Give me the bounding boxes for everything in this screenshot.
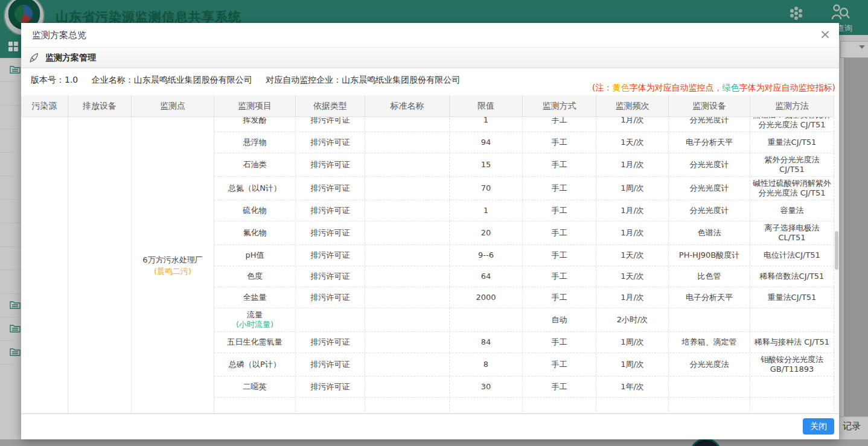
table-row: 全盐量 排污许可证 2000 手工 1月/次 电子分析天平 重量法CJ/T51 [214,287,834,308]
table-row: 二噁英 排污许可证 30 手工 1年/次 [214,377,834,398]
cell-monitor-mode: 自动 [523,308,596,331]
cell-monitor-method: 紫外分光光度法 CJ/T51 [750,153,834,176]
cell-monitor-mode: 手工 [523,377,596,397]
cell-standard-name [365,153,450,176]
cell-monitor-method: 稀释倍数法CJ/T51 [750,266,834,287]
cell-standard-name [365,221,450,244]
cell-monitor-method [750,308,834,331]
cell-monitor-device [669,377,750,397]
cell-basis-type: 排污许可证 [296,221,365,244]
cell-limit: 20 [450,221,523,244]
cell-monitor-method: 钼酸铵分光光度法 GB/T11893 [750,353,834,376]
table-row: 石油类 排污许可证 15 手工 1月/次 分光光度计 紫外分光光度法 CJ/T5… [214,153,834,177]
monitor-point-name: 6万方污水处理厂 [142,254,202,266]
table-row: 流量(小时流量) 自动 2小时/次 [214,308,834,332]
cell-limit: 8 [450,353,523,376]
section-title: 监测方案管理 [45,53,96,63]
header-monitor-item: 监测项目 [214,95,296,116]
table-row: 色度 排污许可证 64 手工 1天/次 比色管 稀释倍数法CJ/T51 [214,266,834,287]
table-row: 悬浮物 排污许可证 94 手工 1天/次 电子分析天平 重量法CJ/T51 [214,132,834,153]
cell-monitor-device: 分光光度计 [669,153,750,176]
header-pollution-source: 污染源 [21,95,68,116]
cell-basis-type: 排污许可证 [296,200,365,221]
cell-monitor-method: 离子选择电极法 CL/T51 [750,221,834,244]
cell-monitor-method: 碱性过硫酸钾消解紫外分光光度法 CJ/T51 [750,177,834,200]
cell-monitor-item: 悬浮物 [214,132,296,153]
cell-standard-name [365,287,450,308]
cell-monitor-device: 色谱法 [669,221,750,244]
header-basis-type: 依据类型 [296,95,365,116]
cell-monitor-frequency: 1月/次 [596,287,669,308]
cell-monitor-mode: 手工 [523,245,596,266]
section-bar: 监测方案管理 [21,48,839,68]
cell-limit: 9--6 [450,245,523,266]
cell-monitor-frequency: 1周/次 [596,332,669,352]
header-monitor-frequency: 监测频次 [596,95,669,116]
merged-cell-monitor-point: 6万方污水处理厂 (晨鸣二污) [132,117,214,413]
cell-standard-name [365,308,450,331]
modal-header: 监测方案总览 × [21,23,839,48]
cell-monitor-frequency: 1天/次 [596,266,669,287]
note-suffix: 字体为对应自动监控指标) [739,83,835,92]
header-monitor-method: 监测方法 [750,95,834,116]
cell-basis-type [296,398,365,413]
cell-monitor-method: 重量法CJ/T51 [750,132,834,153]
note-yellow-word: 黄色 [613,83,630,92]
cell-monitor-method: 电位计法CJ/T51 [750,245,834,266]
cell-monitor-item: 五日生化需氧量 [214,332,296,352]
cell-standard-name [365,377,450,397]
table-row [214,398,834,407]
cell-basis-type [296,308,365,331]
cell-monitor-device: 培养箱、滴定管 [669,332,750,352]
scrollbar-thumb[interactable] [835,231,838,270]
header-monitor-mode: 监测方式 [523,95,596,116]
cell-basis-type: 排污许可证 [296,332,365,352]
cell-monitor-mode: 手工 [523,153,596,176]
plan-info: 版本号：1.0 企业名称：山东晨鸣纸业集团股份有限公司 对应自动监控企业：山东晨… [31,75,460,86]
cell-monitor-frequency: 1月/次 [596,221,669,244]
cell-monitor-frequency: 1周/次 [596,177,669,200]
cell-monitor-method [750,377,834,397]
cell-standard-name [365,200,450,221]
version-value: 1.0 [65,75,78,84]
company-label: 企业名称： [92,75,134,84]
cell-monitor-item: 氟化物 [214,221,296,244]
cell-monitor-item: 二噁英 [214,377,296,397]
cell-limit [450,308,523,331]
cell-monitor-item: 硫化物 [214,200,296,221]
cell-monitor-frequency: 2小时/次 [596,308,669,331]
close-icon[interactable]: × [817,27,833,42]
cell-monitor-frequency: 1天/次 [596,132,669,153]
cell-basis-type: 排污许可证 [296,177,365,200]
cell-monitor-mode: 手工 [523,132,596,153]
cell-monitor-frequency: 1天/次 [596,245,669,266]
cell-standard-name [365,177,450,200]
auto-company-label: 对应自动监控企业： [266,75,342,84]
table-row: 总磷（以P计） 排污许可证 8 手工 1周/次 分光光度法 钼酸铵分光光度法 G… [214,353,834,377]
cell-monitor-item [214,398,296,413]
auto-company-value: 山东晨鸣纸业集团股份有限公司 [342,75,460,84]
header-monitor-device: 监测设备 [669,95,750,116]
header-limit: 限值 [450,95,523,116]
cell-limit: 15 [450,153,523,176]
cell-monitor-frequency: 1月/次 [596,117,669,132]
cell-basis-type: 排污许可证 [296,353,365,376]
close-button[interactable]: 关闭 [803,418,834,435]
cell-basis-type: 排污许可证 [296,245,365,266]
table-row: 氟化物 排污许可证 20 手工 1月/次 色谱法 离子选择电极法 CL/T51 [214,221,834,245]
cell-standard-name [365,398,450,413]
cell-monitor-mode: 手工 [523,266,596,287]
cell-monitor-item: 石油类 [214,153,296,176]
cell-limit: 94 [450,132,523,153]
rows-scroll-area: 挥发酚 排污许可证 1 手工 1月/次 分光光度计 蒸馏后4-氨基安替比林分光光… [214,117,834,413]
cell-basis-type: 排污许可证 [296,153,365,176]
cell-monitor-frequency: 1月/次 [596,200,669,221]
cell-standard-name [365,332,450,352]
cell-monitor-device: PH-HJ90B酸度计 [669,245,750,266]
cell-monitor-mode: 手工 [523,177,596,200]
version-label: 版本号： [31,75,65,84]
cell-limit: 84 [450,332,523,352]
cell-standard-name [365,117,450,132]
header-monitor-point: 监测点 [132,95,214,116]
cell-monitor-frequency: 1月/次 [596,153,669,176]
